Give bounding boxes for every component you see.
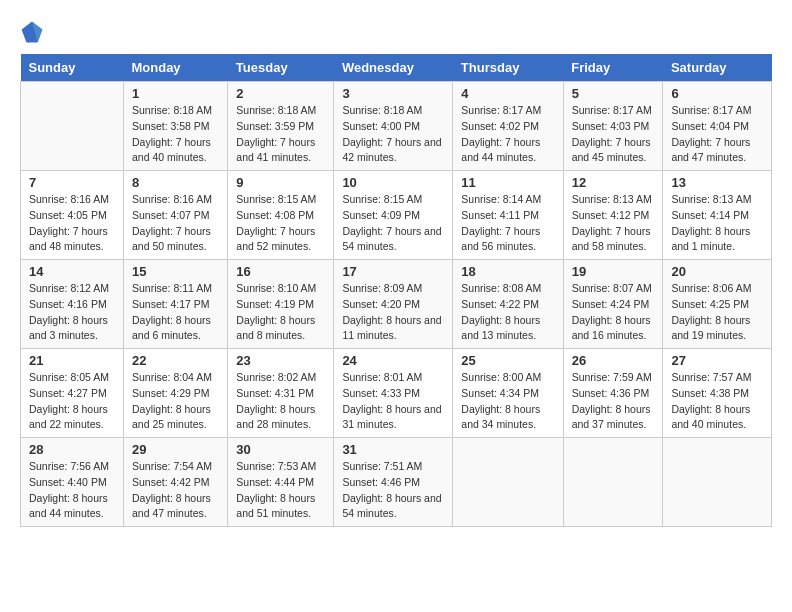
day-number: 21 (29, 353, 115, 368)
daylight-label: Daylight: 8 hours and 54 minutes. (342, 492, 441, 520)
daylight-label: Daylight: 7 hours and 45 minutes. (572, 136, 651, 164)
calendar-cell (563, 438, 663, 527)
calendar-cell: 11Sunrise: 8:14 AMSunset: 4:11 PMDayligh… (453, 171, 563, 260)
daylight-label: Daylight: 8 hours and 22 minutes. (29, 403, 108, 431)
day-number: 13 (671, 175, 763, 190)
day-info: Sunrise: 8:04 AMSunset: 4:29 PMDaylight:… (132, 370, 219, 433)
sunset-label: Sunset: 3:58 PM (132, 120, 210, 132)
day-number: 14 (29, 264, 115, 279)
daylight-label: Daylight: 7 hours and 56 minutes. (461, 225, 540, 253)
day-info: Sunrise: 8:12 AMSunset: 4:16 PMDaylight:… (29, 281, 115, 344)
calendar-cell (663, 438, 772, 527)
daylight-label: Daylight: 8 hours and 47 minutes. (132, 492, 211, 520)
calendar-week-row: 28Sunrise: 7:56 AMSunset: 4:40 PMDayligh… (21, 438, 772, 527)
sunrise-label: Sunrise: 7:59 AM (572, 371, 652, 383)
daylight-label: Daylight: 7 hours and 47 minutes. (671, 136, 750, 164)
calendar-cell: 29Sunrise: 7:54 AMSunset: 4:42 PMDayligh… (123, 438, 227, 527)
sunrise-label: Sunrise: 8:02 AM (236, 371, 316, 383)
daylight-label: Daylight: 8 hours and 34 minutes. (461, 403, 540, 431)
sunset-label: Sunset: 4:25 PM (671, 298, 749, 310)
daylight-label: Daylight: 8 hours and 6 minutes. (132, 314, 211, 342)
day-number: 23 (236, 353, 325, 368)
sunset-label: Sunset: 4:24 PM (572, 298, 650, 310)
sunset-label: Sunset: 4:11 PM (461, 209, 539, 221)
daylight-label: Daylight: 8 hours and 19 minutes. (671, 314, 750, 342)
daylight-label: Daylight: 8 hours and 31 minutes. (342, 403, 441, 431)
sunrise-label: Sunrise: 8:06 AM (671, 282, 751, 294)
header-friday: Friday (563, 54, 663, 82)
sunrise-label: Sunrise: 8:14 AM (461, 193, 541, 205)
day-number: 26 (572, 353, 655, 368)
logo (20, 20, 48, 44)
day-number: 4 (461, 86, 554, 101)
calendar-cell: 23Sunrise: 8:02 AMSunset: 4:31 PMDayligh… (228, 349, 334, 438)
day-info: Sunrise: 8:13 AMSunset: 4:14 PMDaylight:… (671, 192, 763, 255)
day-number: 3 (342, 86, 444, 101)
day-info: Sunrise: 8:10 AMSunset: 4:19 PMDaylight:… (236, 281, 325, 344)
header-wednesday: Wednesday (334, 54, 453, 82)
logo-icon (20, 20, 44, 44)
sunset-label: Sunset: 4:03 PM (572, 120, 650, 132)
day-number: 25 (461, 353, 554, 368)
day-number: 11 (461, 175, 554, 190)
sunset-label: Sunset: 4:04 PM (671, 120, 749, 132)
day-info: Sunrise: 8:06 AMSunset: 4:25 PMDaylight:… (671, 281, 763, 344)
calendar-table: SundayMondayTuesdayWednesdayThursdayFrid… (20, 54, 772, 527)
daylight-label: Daylight: 8 hours and 44 minutes. (29, 492, 108, 520)
calendar-cell: 14Sunrise: 8:12 AMSunset: 4:16 PMDayligh… (21, 260, 124, 349)
calendar-cell: 12Sunrise: 8:13 AMSunset: 4:12 PMDayligh… (563, 171, 663, 260)
day-info: Sunrise: 8:11 AMSunset: 4:17 PMDaylight:… (132, 281, 219, 344)
sunrise-label: Sunrise: 8:11 AM (132, 282, 212, 294)
day-number: 22 (132, 353, 219, 368)
sunrise-label: Sunrise: 8:18 AM (132, 104, 212, 116)
sunrise-label: Sunrise: 7:54 AM (132, 460, 212, 472)
day-number: 12 (572, 175, 655, 190)
day-number: 30 (236, 442, 325, 457)
calendar-cell (453, 438, 563, 527)
sunset-label: Sunset: 4:33 PM (342, 387, 420, 399)
calendar-cell: 9Sunrise: 8:15 AMSunset: 4:08 PMDaylight… (228, 171, 334, 260)
daylight-label: Daylight: 8 hours and 11 minutes. (342, 314, 441, 342)
day-info: Sunrise: 8:17 AMSunset: 4:04 PMDaylight:… (671, 103, 763, 166)
day-number: 15 (132, 264, 219, 279)
sunset-label: Sunset: 4:22 PM (461, 298, 539, 310)
day-info: Sunrise: 8:02 AMSunset: 4:31 PMDaylight:… (236, 370, 325, 433)
calendar-cell: 8Sunrise: 8:16 AMSunset: 4:07 PMDaylight… (123, 171, 227, 260)
day-info: Sunrise: 8:18 AMSunset: 3:59 PMDaylight:… (236, 103, 325, 166)
day-info: Sunrise: 8:01 AMSunset: 4:33 PMDaylight:… (342, 370, 444, 433)
calendar-cell: 10Sunrise: 8:15 AMSunset: 4:09 PMDayligh… (334, 171, 453, 260)
day-number: 7 (29, 175, 115, 190)
calendar-week-row: 14Sunrise: 8:12 AMSunset: 4:16 PMDayligh… (21, 260, 772, 349)
sunrise-label: Sunrise: 8:16 AM (132, 193, 212, 205)
daylight-label: Daylight: 7 hours and 52 minutes. (236, 225, 315, 253)
header-monday: Monday (123, 54, 227, 82)
day-info: Sunrise: 8:17 AMSunset: 4:03 PMDaylight:… (572, 103, 655, 166)
calendar-cell: 27Sunrise: 7:57 AMSunset: 4:38 PMDayligh… (663, 349, 772, 438)
sunset-label: Sunset: 4:09 PM (342, 209, 420, 221)
day-info: Sunrise: 7:57 AMSunset: 4:38 PMDaylight:… (671, 370, 763, 433)
day-info: Sunrise: 8:00 AMSunset: 4:34 PMDaylight:… (461, 370, 554, 433)
sunset-label: Sunset: 4:20 PM (342, 298, 420, 310)
sunrise-label: Sunrise: 7:53 AM (236, 460, 316, 472)
sunset-label: Sunset: 4:17 PM (132, 298, 210, 310)
sunset-label: Sunset: 4:27 PM (29, 387, 107, 399)
calendar-cell: 3Sunrise: 8:18 AMSunset: 4:00 PMDaylight… (334, 82, 453, 171)
day-info: Sunrise: 8:09 AMSunset: 4:20 PMDaylight:… (342, 281, 444, 344)
sunset-label: Sunset: 3:59 PM (236, 120, 314, 132)
sunrise-label: Sunrise: 8:01 AM (342, 371, 422, 383)
daylight-label: Daylight: 7 hours and 44 minutes. (461, 136, 540, 164)
daylight-label: Daylight: 7 hours and 54 minutes. (342, 225, 441, 253)
header-tuesday: Tuesday (228, 54, 334, 82)
daylight-label: Daylight: 7 hours and 42 minutes. (342, 136, 441, 164)
calendar-cell: 22Sunrise: 8:04 AMSunset: 4:29 PMDayligh… (123, 349, 227, 438)
sunrise-label: Sunrise: 8:18 AM (236, 104, 316, 116)
day-number: 24 (342, 353, 444, 368)
calendar-cell: 19Sunrise: 8:07 AMSunset: 4:24 PMDayligh… (563, 260, 663, 349)
day-info: Sunrise: 8:16 AMSunset: 4:05 PMDaylight:… (29, 192, 115, 255)
sunrise-label: Sunrise: 8:00 AM (461, 371, 541, 383)
calendar-week-row: 1Sunrise: 8:18 AMSunset: 3:58 PMDaylight… (21, 82, 772, 171)
calendar-cell: 5Sunrise: 8:17 AMSunset: 4:03 PMDaylight… (563, 82, 663, 171)
daylight-label: Daylight: 8 hours and 28 minutes. (236, 403, 315, 431)
sunrise-label: Sunrise: 8:13 AM (572, 193, 652, 205)
daylight-label: Daylight: 8 hours and 40 minutes. (671, 403, 750, 431)
